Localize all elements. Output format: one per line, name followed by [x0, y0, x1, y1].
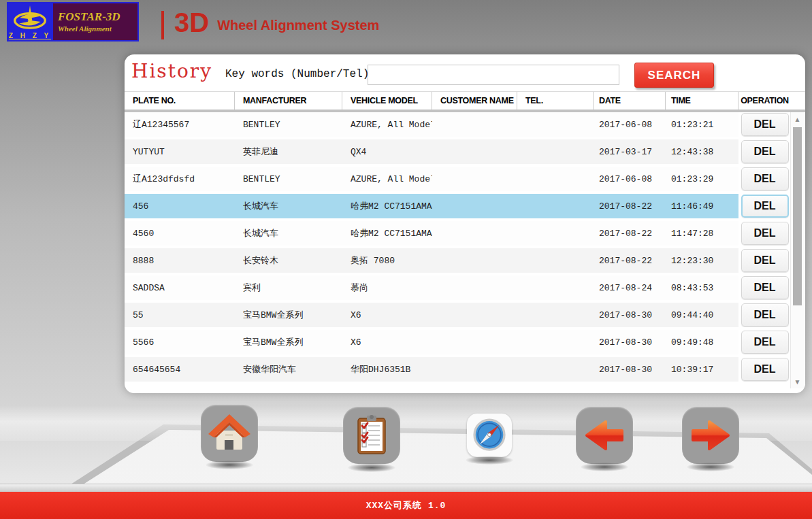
table-row[interactable]: 456长城汽车哈弗M2 CC7151AMA01 / (2017-08-2211:… — [125, 194, 791, 221]
table-row[interactable]: 654645654安徽华阳汽车华阳DHJ6351B2017-08-3010:39… — [125, 357, 791, 384]
search-input[interactable] — [368, 65, 619, 85]
delete-button[interactable]: DEL — [741, 358, 789, 381]
cell-manufacturer: 宝马BMW全系列 — [235, 303, 342, 329]
operation-cell: DEL — [738, 330, 791, 356]
operation-cell: DEL — [738, 248, 791, 274]
arrow-right-icon — [689, 414, 732, 457]
cell-customer-name — [432, 167, 517, 192]
scroll-up-icon[interactable]: ▲ — [791, 115, 804, 124]
cell-tel — [517, 275, 594, 301]
delete-button[interactable]: DEL — [741, 276, 789, 299]
page-title: History — [131, 60, 212, 82]
table-row[interactable]: 4560长城汽车哈弗M2 CC7151AMA01 / (2017-08-2211… — [125, 221, 791, 248]
delete-button[interactable]: DEL — [741, 167, 789, 190]
column-header-tel: TEL. — [517, 92, 594, 110]
fostar-title: FOSTAR-3D — [58, 10, 137, 24]
cell-time: 01:23:29 — [666, 167, 738, 192]
column-header-operation: OPERATION — [738, 92, 791, 110]
cell-tel — [517, 139, 594, 165]
app-window: Z H Z Y FOSTAR-3D Wheel Alignment 3D Whe… — [0, 0, 812, 519]
operation-cell: DEL — [738, 357, 791, 383]
fostar-logo: FOSTAR-3D Wheel Alignment — [53, 3, 137, 40]
home-icon — [208, 412, 251, 455]
cell-tel — [517, 330, 594, 356]
next-shadow — [687, 463, 734, 471]
column-header-manufacturer: MANFACTURER — [235, 92, 342, 110]
cell-time: 11:46:49 — [666, 194, 738, 220]
table-row[interactable]: 5566宝马BMW全系列X62017-08-3009:49:48DEL — [125, 330, 791, 357]
cell-time: 08:43:53 — [666, 275, 738, 301]
table-row[interactable]: 8888长安铃木奥拓 70802017-08-2212:23:30DEL — [125, 248, 791, 275]
delete-button[interactable]: DEL — [741, 140, 789, 163]
cell-plate-no: 4560 — [125, 221, 235, 247]
cell-tel — [517, 357, 594, 383]
cell-manufacturer: BENTLEY — [235, 112, 342, 138]
cell-customer-name — [432, 112, 517, 138]
app-title-text: Wheel Alignment System — [217, 18, 379, 37]
footer-text: XXX公司系统 1.0 — [366, 499, 446, 512]
delete-button[interactable]: DEL — [741, 222, 789, 245]
cell-manufacturer: 安徽华阳汽车 — [235, 357, 342, 383]
column-header-vehicle-model: VEHICLE MODEL — [342, 92, 432, 110]
cell-date: 2017-08-22 — [594, 194, 666, 220]
cell-vehicle-model: 哈弗M2 CC7151AMA01 / ( — [342, 221, 432, 247]
cell-customer-name — [432, 303, 517, 329]
checklist-button[interactable] — [343, 407, 400, 464]
cell-vehicle-model: 华阳DHJ6351B — [342, 357, 432, 383]
table-scrollbar[interactable]: ▲ ▼ — [790, 112, 804, 388]
cell-date: 2017-08-24 — [594, 275, 666, 301]
cell-vehicle-model: 哈弗M2 CC7151AMA01 / ( — [342, 194, 432, 220]
cell-time: 09:44:40 — [666, 303, 738, 329]
browser-button[interactable] — [467, 414, 512, 457]
arrow-left-icon — [583, 414, 626, 457]
scroll-thumb[interactable] — [793, 127, 802, 305]
next-button[interactable] — [682, 407, 739, 464]
operation-cell: DEL — [738, 303, 791, 329]
cell-time: 09:49:48 — [666, 330, 738, 356]
cell-manufacturer: 宾利 — [235, 275, 342, 301]
cell-manufacturer: 长安铃木 — [235, 248, 342, 274]
cell-plate-no: 辽A123dfdsfd — [125, 167, 235, 192]
previous-button[interactable] — [576, 407, 633, 464]
delete-button[interactable]: DEL — [741, 195, 789, 218]
zhzy-emblem-icon — [13, 5, 47, 31]
cell-date: 2017-08-30 — [594, 357, 666, 383]
cell-customer-name — [432, 357, 517, 383]
app-title-3d: 3D — [174, 8, 209, 37]
table-row[interactable]: 辽A12345567BENTLEYAZURE, All Models2017-0… — [125, 112, 791, 139]
delete-button[interactable]: DEL — [741, 331, 789, 354]
home-shadow — [206, 461, 253, 469]
history-panel: History Key words (Number/Tel) SEARCH PL… — [125, 54, 805, 393]
cell-time: 12:43:38 — [666, 139, 738, 165]
scroll-down-icon[interactable]: ▼ — [791, 378, 804, 387]
column-header-time: TIME — [666, 92, 738, 110]
title-divider — [161, 11, 164, 39]
previous-shadow — [581, 463, 628, 471]
history-table: PLATE NO.MANFACTURERVEHICLE MODELCUSTOME… — [125, 91, 805, 394]
home-button[interactable] — [201, 405, 258, 462]
cell-manufacturer: 宝马BMW全系列 — [235, 330, 342, 356]
cell-vehicle-model: X6 — [342, 303, 432, 329]
browser-shadow — [466, 456, 513, 465]
table-row[interactable]: 辽A123dfdsfdBENTLEYAZURE, All Models2017-… — [125, 167, 791, 194]
cell-manufacturer: 英菲尼迪 — [235, 139, 342, 165]
table-row[interactable]: YUTYUT英菲尼迪QX42017-03-1712:43:38DEL — [125, 139, 791, 167]
search-button[interactable]: SEARCH — [634, 63, 714, 88]
cell-tel — [517, 248, 594, 274]
cell-tel — [517, 221, 594, 247]
compass-icon — [470, 417, 508, 454]
column-header-date: DATE — [594, 92, 666, 110]
delete-button[interactable]: DEL — [741, 249, 789, 272]
zhzy-logo: Z H Z Y — [8, 3, 52, 40]
delete-button[interactable]: DEL — [741, 303, 789, 327]
app-title: 3D Wheel Alignment System — [174, 8, 379, 37]
brand-logo: Z H Z Y FOSTAR-3D Wheel Alignment — [7, 2, 139, 41]
cell-time: 11:47:28 — [666, 221, 738, 247]
cell-date: 2017-08-30 — [594, 330, 666, 356]
table-row[interactable]: SADDSA宾利慕尚2017-08-2408:43:53DEL — [125, 275, 791, 303]
table-body: 辽A12345567BENTLEYAZURE, All Models2017-0… — [125, 112, 791, 384]
operation-cell: DEL — [738, 112, 791, 138]
table-row[interactable]: 55宝马BMW全系列X62017-08-3009:44:40DEL — [125, 303, 791, 330]
delete-button[interactable]: DEL — [741, 113, 789, 136]
operation-cell: DEL — [738, 194, 791, 220]
